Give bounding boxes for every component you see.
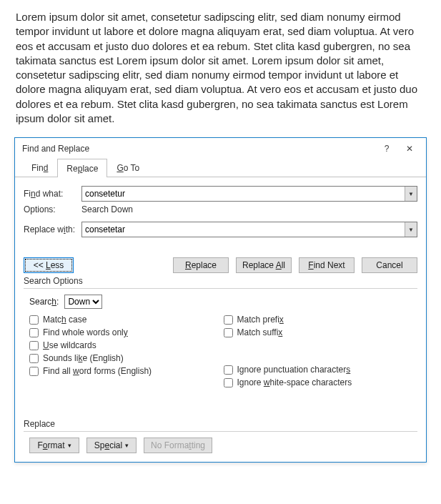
replace-with-dropdown-icon[interactable]: ▼ — [405, 222, 417, 237]
ignore-punct-label: Ignore punctuation characters — [237, 365, 351, 375]
replace-button[interactable]: Replace — [173, 257, 229, 273]
options-label: Options: — [24, 204, 81, 214]
format-button[interactable]: Format▾ — [29, 438, 79, 453]
tab-goto-label: Go To — [117, 163, 139, 173]
tab-find[interactable]: Find — [22, 158, 57, 177]
word-forms-label: Find all word forms (English) — [43, 366, 152, 376]
replace-with-combo[interactable]: ▼ — [81, 222, 417, 237]
sounds-like-checkbox[interactable] — [29, 354, 39, 363]
word-forms-checkbox[interactable] — [29, 367, 39, 376]
find-what-dropdown-icon[interactable]: ▼ — [405, 187, 417, 201]
find-what-input[interactable] — [82, 187, 405, 200]
match-case-checkbox[interactable] — [29, 315, 39, 325]
tab-replace[interactable]: Replace — [57, 159, 107, 177]
sounds-like-check[interactable]: Sounds like (English) — [29, 353, 224, 363]
wildcards-label: Use wildcards — [43, 340, 96, 350]
close-button[interactable]: ✕ — [405, 144, 415, 154]
match-prefix-check[interactable]: Match prefix — [224, 315, 418, 325]
ignore-punct-checkbox[interactable] — [224, 365, 233, 375]
sounds-like-label: Sounds like (English) — [43, 353, 124, 363]
match-suffix-check[interactable]: Match suffix — [224, 327, 418, 337]
search-direction-label: Search: — [29, 297, 59, 307]
find-what-label: Find what: — [24, 189, 77, 199]
wildcards-check[interactable]: Use wildcards — [29, 340, 224, 350]
document-body-text: Lorem ipsum dolor sit amet, consetetur s… — [0, 0, 441, 133]
dialog-title: Find and Replace — [21, 144, 89, 154]
replace-with-label: Replace with: — [24, 224, 77, 234]
find-next-button[interactable]: Find Next — [299, 257, 355, 273]
wildcards-checkbox[interactable] — [29, 341, 39, 350]
tab-find-label: Find — [31, 163, 48, 173]
cancel-button[interactable]: Cancel — [362, 257, 417, 273]
special-button[interactable]: Special▾ — [86, 438, 137, 453]
match-prefix-label: Match prefix — [237, 315, 284, 325]
replace-all-button[interactable]: Replace All — [236, 257, 292, 273]
dialog-tabs: Find Replace Go To — [15, 158, 426, 177]
replace-section-heading: Replace — [24, 419, 417, 432]
find-what-combo[interactable]: ▼ — [81, 186, 417, 202]
tab-goto[interactable]: Go To — [107, 158, 149, 177]
search-options-heading: Search Options — [24, 276, 417, 289]
ignore-ws-check[interactable]: Ignore white-space characters — [224, 377, 418, 387]
less-button[interactable]: << Less — [24, 257, 74, 273]
tab-replace-label: Replace — [66, 164, 98, 174]
options-value: Search Down — [81, 204, 133, 214]
ignore-ws-label: Ignore white-space characters — [237, 377, 352, 387]
match-suffix-checkbox[interactable] — [224, 328, 233, 337]
find-replace-dialog: Find and Replace ? ✕ Find Replace Go To … — [14, 137, 427, 463]
ignore-ws-checkbox[interactable] — [224, 378, 233, 387]
whole-words-check[interactable]: Find whole words only — [29, 327, 224, 337]
match-prefix-checkbox[interactable] — [224, 315, 233, 325]
word-forms-check[interactable]: Find all word forms (English) — [29, 366, 224, 376]
no-formatting-button: No Formatting — [144, 438, 212, 453]
ignore-punct-check[interactable]: Ignore punctuation characters — [224, 365, 418, 375]
whole-words-label: Find whole words only — [43, 327, 128, 337]
match-case-check[interactable]: Match case — [29, 315, 224, 325]
whole-words-checkbox[interactable] — [29, 328, 39, 337]
help-button[interactable]: ? — [382, 144, 392, 154]
match-case-label: Match case — [43, 315, 86, 325]
replace-with-input[interactable] — [82, 223, 405, 236]
dialog-titlebar: Find and Replace ? ✕ — [15, 138, 426, 158]
search-direction-select[interactable]: Down — [64, 295, 102, 309]
match-suffix-label: Match suffix — [237, 327, 283, 337]
